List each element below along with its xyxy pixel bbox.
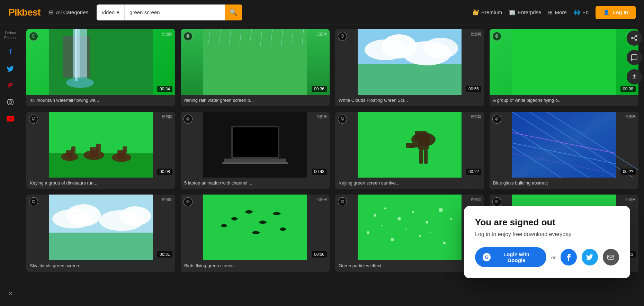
twitter-login-button[interactable]	[582, 249, 598, 266]
youtube-social-icon[interactable]	[3, 112, 17, 126]
g-letter: G	[485, 254, 489, 260]
svg-rect-32	[512, 29, 616, 95]
video-card[interactable]: © 巴图网 00:06 Birds flying green screen	[181, 195, 330, 272]
premium-nav-item[interactable]: 👑 Premium	[472, 9, 502, 16]
video-card[interactable]: © 巴图网 00:?? Blue glass building abstract	[490, 112, 638, 189]
video-thumbnail: © 巴图网 00:34	[26, 29, 175, 95]
email-login-button[interactable]	[603, 249, 619, 266]
svg-rect-43	[123, 146, 127, 153]
video-thumbnail: © 巴图网 00:13	[335, 195, 484, 260]
duration-badge: 00:06	[312, 251, 327, 258]
copyright-badge: ©	[29, 197, 38, 206]
watermark: 巴图网	[162, 32, 172, 37]
video-thumbnail: © 巴图网 00:??	[335, 112, 484, 178]
duration-badge: 00:??	[466, 169, 481, 175]
video-title: Keying green screen carnivo...	[335, 178, 484, 189]
video-thumbnail: © 巴图网 00:08	[26, 112, 175, 178]
language-nav-item[interactable]: 🌐 En	[574, 9, 589, 16]
login-button[interactable]: 👤 Log In	[596, 6, 636, 19]
facebook-social-icon[interactable]: f	[3, 45, 17, 59]
search-type-select[interactable]: Video ▾	[97, 4, 125, 20]
svg-rect-37	[71, 146, 75, 153]
video-title: 5 laptop animation with channel ...	[181, 178, 330, 189]
instagram-social-icon[interactable]	[3, 95, 17, 109]
search-input[interactable]	[125, 9, 225, 15]
video-title: A group of white pigeons flying o...	[490, 95, 638, 106]
video-title: White Clouds Floating Green Scr...	[335, 95, 484, 106]
svg-point-89	[405, 228, 407, 230]
lang-label: En	[582, 9, 589, 15]
upload-button[interactable]	[627, 69, 642, 84]
video-card[interactable]: © 巴图网 00:31 Sky clouds green screen	[26, 195, 175, 272]
watermark: 巴图网	[316, 32, 327, 37]
twitter-social-icon[interactable]	[3, 62, 17, 76]
duration-badge: 00:36	[312, 86, 327, 92]
svg-point-71	[66, 204, 101, 226]
logo[interactable]: Pikbest	[8, 7, 41, 18]
search-icon: 🔍	[230, 9, 237, 16]
video-card[interactable]: © 巴图网 00:?? Keying green screen carnivo.…	[335, 112, 484, 189]
watermark: 巴图网	[471, 115, 481, 119]
svg-line-7	[633, 38, 636, 40]
all-categories-btn[interactable]: ⊞ All Categories	[49, 9, 88, 16]
comment-button[interactable]	[627, 50, 642, 65]
copyright-badge: ©	[492, 197, 501, 206]
more-nav-item[interactable]: ⊞ More	[548, 9, 566, 16]
google-login-button[interactable]: G Login with Google	[475, 247, 546, 267]
grid-icon: ⊞	[49, 9, 53, 16]
svg-rect-52	[415, 131, 422, 141]
video-thumbnail: © 巴图网 00:43	[181, 112, 330, 178]
enterprise-nav-item[interactable]: 🏢 Enterprise	[509, 9, 541, 16]
svg-point-1	[9, 101, 12, 104]
enterprise-label: Enterprise	[518, 9, 541, 15]
svg-rect-40	[96, 144, 101, 151]
video-title: Green particles effect	[335, 260, 484, 272]
svg-point-77	[374, 214, 376, 217]
svg-point-5	[636, 39, 637, 41]
video-card[interactable]: © 巴图网 00:56 White Clouds Floating Green …	[335, 29, 484, 106]
more-label: More	[555, 9, 566, 15]
video-thumbnail: © 巴图网 00:08	[490, 29, 638, 95]
svg-rect-57	[406, 143, 415, 148]
video-title: Sky clouds green screen	[26, 260, 175, 272]
watermark: 巴图网	[471, 32, 481, 37]
video-card[interactable]: © 巴图网 00:08 Keying a group of dinosaurs …	[26, 112, 175, 189]
svg-rect-12	[78, 29, 80, 78]
svg-point-90	[430, 232, 431, 233]
svg-rect-75	[203, 195, 307, 260]
video-thumbnail: © 巴图网 00:06	[181, 195, 330, 260]
video-card[interactable]: © 巴图网 00:13 Green particles effect	[335, 195, 484, 272]
google-btn-label: Login with Google	[494, 251, 538, 263]
svg-rect-54	[419, 150, 423, 164]
watermark: 巴图网	[316, 197, 327, 202]
close-sidebar-button[interactable]: ✕	[3, 287, 17, 300]
video-card[interactable]: © 巴图网 00:43 5 laptop animation with chan…	[181, 112, 330, 189]
all-categories-label: All Categories	[56, 9, 88, 15]
facebook-login-button[interactable]	[561, 249, 577, 266]
share-button[interactable]	[627, 30, 642, 46]
copyright-badge: ©	[338, 115, 347, 124]
video-card[interactable]: © 巴图网 00:08 A group of white pigeons fly…	[490, 29, 638, 106]
svg-rect-64	[512, 112, 616, 178]
svg-point-13	[66, 78, 94, 88]
popup-actions: G Login with Google or	[475, 247, 619, 267]
video-title: raining rain water green screen b...	[181, 95, 330, 106]
duration-badge: 00:43	[312, 169, 327, 175]
svg-point-82	[439, 208, 443, 212]
watermark: 巴图网	[162, 115, 172, 119]
video-thumbnail: © 巴图网 00:36	[181, 29, 330, 95]
popup-title: You are signed out	[475, 217, 619, 228]
signin-popup: You are signed out Log in to enjoy free …	[464, 206, 630, 278]
or-label: or	[551, 254, 556, 260]
svg-rect-46	[233, 127, 278, 157]
video-thumbnail: © 巴图网 00:??	[490, 112, 638, 178]
svg-point-4	[632, 37, 633, 39]
video-card[interactable]: © 巴图网 00:34 4K mountain waterfall flowin…	[26, 29, 175, 106]
video-title: Keying a group of dinosaurs run...	[26, 178, 175, 189]
video-card[interactable]: © 巴图网 00:36 raining rain water green scr…	[181, 29, 330, 106]
more-icon: ⊞	[548, 9, 553, 16]
pinterest-social-icon[interactable]: P	[3, 79, 17, 92]
video-thumbnail: © 巴图网 00:56	[335, 29, 484, 95]
svg-point-85	[391, 238, 394, 241]
search-button[interactable]: 🔍	[225, 4, 242, 20]
